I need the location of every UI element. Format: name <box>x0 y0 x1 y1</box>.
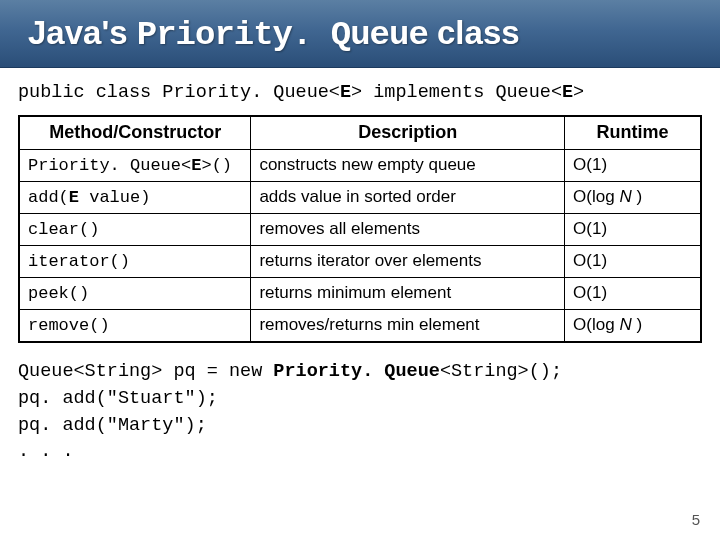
header-runtime: Runtime <box>565 116 701 150</box>
cell-method: remove() <box>19 310 251 343</box>
header-method: Method/Constructor <box>19 116 251 150</box>
sig-generic-1: E <box>340 82 351 103</box>
cell-method: add(E value) <box>19 182 251 214</box>
sig-pre: public class Priority. Queue< <box>18 82 340 103</box>
title-prefix: Java's <box>28 14 137 51</box>
cell-runtime: O(1) <box>565 278 701 310</box>
cell-description: removes all elements <box>251 214 565 246</box>
sig-post: > <box>573 82 584 103</box>
sig-generic-2: E <box>562 82 573 103</box>
cell-description: returns minimum element <box>251 278 565 310</box>
table-row: clear() removes all elements O(1) <box>19 214 701 246</box>
cell-description: removes/returns min element <box>251 310 565 343</box>
table-row: remove() removes/returns min element O(l… <box>19 310 701 343</box>
title-bar: Java's Priority. Queue class <box>0 0 720 68</box>
sig-mid: > implements Queue< <box>351 82 562 103</box>
code-line: pq. add("Stuart"); <box>18 386 702 413</box>
slide-content: public class Priority. Queue<E> implemen… <box>0 68 720 466</box>
title-mono: Priority. Queue <box>137 16 428 54</box>
cell-runtime: O(1) <box>565 246 701 278</box>
table-row: peek() returns minimum element O(1) <box>19 278 701 310</box>
cell-description: adds value in sorted order <box>251 182 565 214</box>
example-code-block: Queue<String> pq = new Priority. Queue<S… <box>18 359 702 466</box>
cell-runtime: O(1) <box>565 150 701 182</box>
cell-description: constructs new empty queue <box>251 150 565 182</box>
cell-method: iterator() <box>19 246 251 278</box>
header-description: Description <box>251 116 565 150</box>
table-row: iterator() returns iterator over element… <box>19 246 701 278</box>
cell-method: peek() <box>19 278 251 310</box>
table-row: Priority. Queue<E>() constructs new empt… <box>19 150 701 182</box>
code-line: Queue<String> pq = new Priority. Queue<S… <box>18 359 702 386</box>
code-line: . . . <box>18 439 702 466</box>
class-signature: public class Priority. Queue<E> implemen… <box>18 82 702 103</box>
code-line: pq. add("Marty"); <box>18 413 702 440</box>
api-table: Method/Constructor Description Runtime P… <box>18 115 702 343</box>
cell-description: returns iterator over elements <box>251 246 565 278</box>
cell-method: clear() <box>19 214 251 246</box>
cell-runtime: O(log N ) <box>565 310 701 343</box>
slide-title: Java's Priority. Queue class <box>28 14 520 54</box>
table-row: add(E value) adds value in sorted order … <box>19 182 701 214</box>
page-number: 5 <box>692 511 700 528</box>
cell-runtime: O(log N ) <box>565 182 701 214</box>
title-suffix: class <box>428 14 520 51</box>
cell-runtime: O(1) <box>565 214 701 246</box>
cell-method: Priority. Queue<E>() <box>19 150 251 182</box>
table-header-row: Method/Constructor Description Runtime <box>19 116 701 150</box>
